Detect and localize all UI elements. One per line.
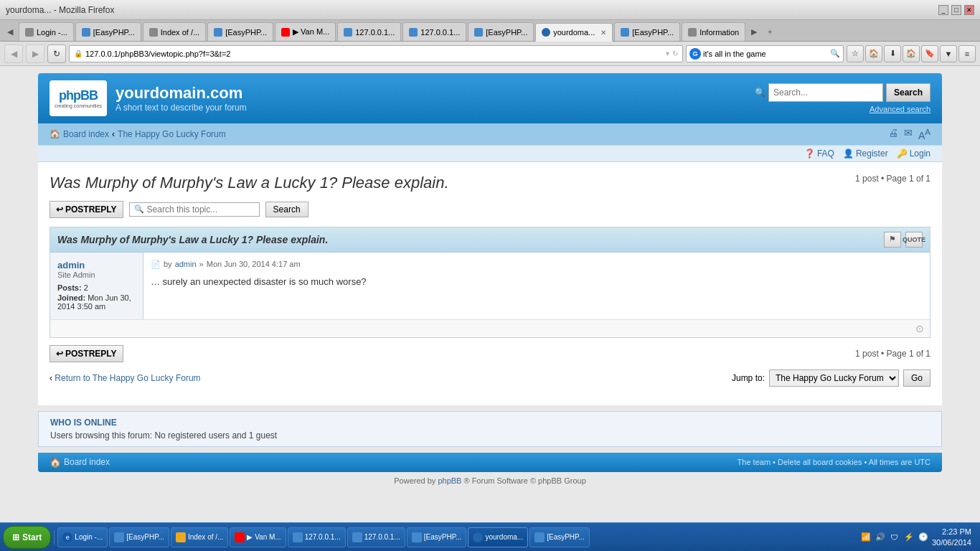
system-clock: 2:23 PM 30/06/2014 xyxy=(932,527,971,547)
taskbar-item-easyphp1[interactable]: [EasyPHP... xyxy=(109,527,169,547)
jump-to-area: Jump to: The Happy Go Lucky Forum Go xyxy=(732,369,930,387)
forum-site-tagline: A short text to describe your forum xyxy=(116,103,247,113)
tab-back-button[interactable]: ◀ xyxy=(3,22,17,41)
refresh-button[interactable]: ↻ xyxy=(47,44,66,63)
faq-link[interactable]: ❓ FAQ xyxy=(804,149,834,159)
return-link[interactable]: Return to The Happy Go Lucky Forum xyxy=(55,373,200,383)
tab-index[interactable]: Index of /... xyxy=(143,22,206,41)
register-link[interactable]: 👤 Register xyxy=(843,149,888,159)
maximize-button[interactable]: □ xyxy=(951,5,961,15)
taskbar-item-van[interactable]: ▶ Van M... xyxy=(230,527,286,547)
tab-van[interactable]: ▶ Van M... xyxy=(275,22,336,41)
tray-battery-icon: ⚡ xyxy=(903,532,915,543)
login-icon: 🔑 xyxy=(897,149,908,159)
tab-localhost-2[interactable]: 127.0.0.1... xyxy=(402,22,466,41)
browser-search-bar[interactable]: G 🔍 xyxy=(686,45,844,62)
who-online-title: WHO IS ONLINE xyxy=(50,418,930,428)
address-bar[interactable]: 🔒 127.0.0.1/phpBB3/viewtopic.php?f=3&t=2… xyxy=(69,45,683,62)
post-subject: Was Murphy of Murphy's Law a Lucky 1? Pl… xyxy=(57,234,328,245)
quote-button[interactable]: QUOTE xyxy=(905,232,923,248)
login-link[interactable]: 🔑 Login xyxy=(897,149,930,159)
post-author-name[interactable]: admin xyxy=(57,260,136,270)
tab-easyphp-1[interactable]: [EasyPHP... xyxy=(75,22,141,41)
jump-to-label: Jump to: xyxy=(732,373,765,383)
tab-easyphp-4[interactable]: [EasyPHP... xyxy=(614,22,680,41)
bottom-controls: ↩ POSTREPLY 1 post • Page 1 of 1 xyxy=(50,345,930,362)
advanced-search-link[interactable]: Advanced search xyxy=(870,105,930,113)
system-tray: 📶 🔊 🛡 ⚡ 🕑 2:23 PM 30/06/2014 xyxy=(854,523,977,551)
phpbb-link[interactable]: phpBB xyxy=(438,476,461,485)
forward-button[interactable]: ▶ xyxy=(26,44,44,63)
tab-easyphp-3[interactable]: [EasyPHP... xyxy=(468,22,534,41)
phpbb-logo-text: phpBB xyxy=(59,88,98,103)
the-team-link[interactable]: The team xyxy=(738,458,771,466)
powered-by: Powered by phpBB ® Forum Software © phpB… xyxy=(38,472,942,489)
faq-icon: ❓ xyxy=(804,149,815,159)
tab-yourdomain[interactable]: yourdoma... ✕ xyxy=(535,23,613,42)
page-content: phpBB creating communities yourdomain.co… xyxy=(0,66,980,522)
post-author-link[interactable]: admin xyxy=(175,260,197,268)
browser-title: yourdoma... - Mozilla Firefox xyxy=(6,5,114,15)
taskbar-separator-1 xyxy=(54,530,55,545)
forum-search-input[interactable] xyxy=(768,83,883,102)
search-topic-button[interactable]: Search xyxy=(265,202,308,217)
new-tab-button[interactable]: + xyxy=(763,22,777,41)
nav-right-buttons: ☆ 🏠 ⬇ 🏠 🔖 ▼ ≡ xyxy=(847,45,976,62)
address-dropdown-icon[interactable]: ▾ xyxy=(666,50,669,57)
home-button[interactable]: 🏠 xyxy=(865,45,882,62)
print-icon[interactable]: 🖨 xyxy=(888,127,898,141)
taskbar-item-yourdomain[interactable]: yourdoma... xyxy=(468,527,528,547)
post-header: Was Murphy of Murphy's Law a Lucky 1? Pl… xyxy=(50,227,930,253)
taskbar-item-easyphp2[interactable]: [EasyPHP... xyxy=(407,527,467,547)
start-button[interactable]: ⊞ Start xyxy=(3,526,51,549)
taskbar-item-easyphp3[interactable]: [EasyPHP... xyxy=(529,527,590,547)
forum-search-box: 🔍 Search xyxy=(755,83,930,102)
return-link-area: ‹ Return to The Happy Go Lucky Forum xyxy=(50,373,201,383)
minimize-button[interactable]: _ xyxy=(938,5,948,15)
forum-footer: 🏠 Board index The team • Delete all boar… xyxy=(38,453,942,472)
taskbar-item-localhost1[interactable]: 127.0.0.1... xyxy=(288,527,346,547)
browser-search-input[interactable] xyxy=(703,50,830,58)
nav-right-icons: 🖨 ✉ AA xyxy=(888,127,930,141)
close-button[interactable]: ✕ xyxy=(964,5,974,15)
post-body: admin Site Admin Posts: 2 Joined: Mon Ju… xyxy=(50,253,930,319)
nav-tools-button[interactable]: ▼ xyxy=(940,45,957,62)
tab-login[interactable]: Login -... xyxy=(19,22,74,41)
report-icon[interactable]: ⚑ xyxy=(884,232,901,248)
post-header-icons: ⚑ QUOTE xyxy=(884,232,923,248)
search-glass-icon[interactable]: 🔍 xyxy=(830,49,840,58)
scroll-top-icon[interactable]: ⊙ xyxy=(915,323,924,334)
tray-clock-icon: 🕑 xyxy=(918,532,929,543)
post-author-joined: Joined: Mon Jun 30, 2014 3:50 am xyxy=(57,293,136,311)
taskbar-item-folder[interactable]: Index of /... xyxy=(171,527,228,547)
taskbar-item-localhost2[interactable]: 127.0.0.1... xyxy=(347,527,405,547)
email-icon[interactable]: ✉ xyxy=(904,127,913,141)
footer-home-link[interactable]: Board index xyxy=(64,457,110,467)
download-button[interactable]: ⬇ xyxy=(884,45,901,62)
tab-forward-button[interactable]: ▶ xyxy=(747,22,761,41)
forum-search-button[interactable]: Search xyxy=(886,83,930,102)
taskbar-item-ie[interactable]: e Login -... xyxy=(57,527,108,547)
who-online-text: Users browsing this forum: No registered… xyxy=(50,430,930,441)
jump-to-select[interactable]: The Happy Go Lucky Forum xyxy=(769,369,899,387)
font-size-icon[interactable]: AA xyxy=(918,127,930,141)
search-topic-input[interactable] xyxy=(147,204,255,215)
breadcrumb-current-link[interactable]: The Happy Go Lucky Forum xyxy=(118,129,226,139)
nav-home-button[interactable]: 🏠 xyxy=(903,45,920,62)
nav-menu-button[interactable]: ≡ xyxy=(958,45,976,62)
post-author-posts: Posts: 2 xyxy=(57,283,136,292)
refresh-small-icon[interactable]: ↻ xyxy=(672,50,678,57)
tab-easyphp-2[interactable]: [EasyPHP... xyxy=(207,22,273,41)
tab-localhost-1[interactable]: 127.0.0.1... xyxy=(337,22,401,41)
forum-site-title: yourdomain.com xyxy=(116,84,247,103)
postreply-button-bottom[interactable]: ↩ POSTREPLY xyxy=(50,345,123,362)
delete-cookies-link[interactable]: Delete all board cookies xyxy=(778,458,862,466)
tab-information[interactable]: Information xyxy=(682,22,745,41)
back-button[interactable]: ◀ xyxy=(4,44,23,63)
forum-search-area: 🔍 Search Advanced search xyxy=(755,83,930,113)
postreply-button[interactable]: ↩ POSTREPLY xyxy=(50,201,123,218)
nav-bookmark-button[interactable]: 🔖 xyxy=(921,45,938,62)
bookmark-star-button[interactable]: ☆ xyxy=(847,45,864,62)
jump-go-button[interactable]: Go xyxy=(903,369,930,387)
breadcrumb-home-link[interactable]: Board index xyxy=(63,129,109,139)
